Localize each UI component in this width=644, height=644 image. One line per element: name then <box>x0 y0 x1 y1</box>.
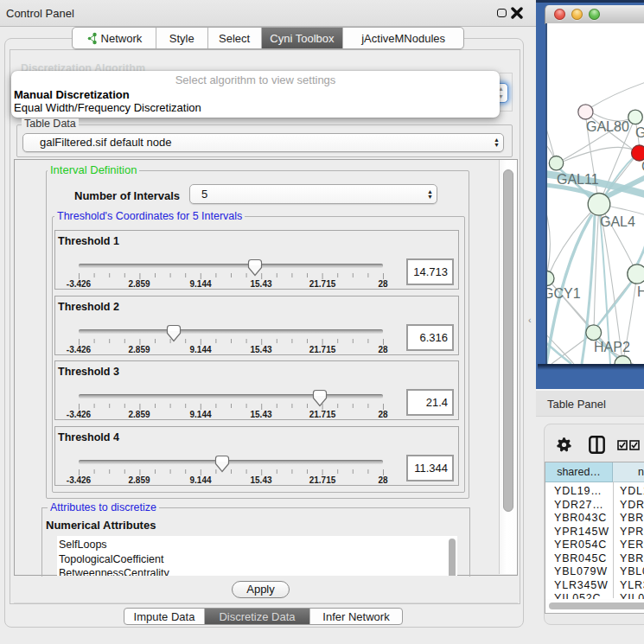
svg-text:GAL4: GAL4 <box>600 214 635 229</box>
svg-text:GCY1: GCY1 <box>547 286 581 301</box>
svg-text:HAP2: HAP2 <box>594 340 630 354</box>
svg-text:H: H <box>637 284 644 299</box>
svg-text:GAL80: GAL80 <box>586 119 629 134</box>
svg-text:GA: GA <box>635 125 644 140</box>
svg-text:GAL11: GAL11 <box>557 172 599 187</box>
